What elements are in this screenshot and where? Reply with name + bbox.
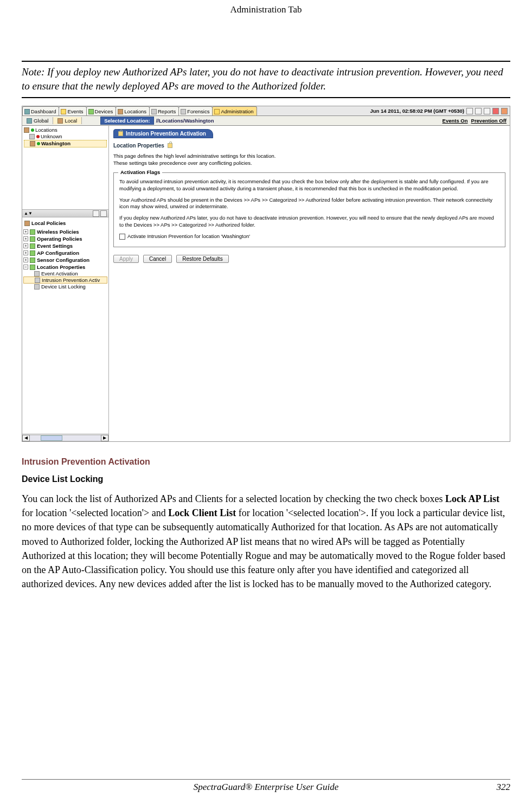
footer-title: SpectraGuard® Enterprise User Guide [184, 782, 347, 793]
tree-root[interactable]: Locations [24, 127, 107, 133]
fieldset-legend: Activation Flags [118, 169, 162, 176]
left-panel: Locations Unknown Washington ▲▼ [22, 126, 109, 441]
collapse-icon[interactable] [93, 210, 99, 217]
policy-label: Sensor Configuration [37, 257, 89, 263]
section-desc: This page defines the high level adminis… [113, 153, 505, 167]
activate-checkbox-row[interactable]: Activate Intrusion Prevention for locati… [119, 233, 499, 240]
scroll-right-icon[interactable]: ▶ [101, 435, 108, 441]
dashboard-icon [24, 109, 30, 114]
tree-unknown[interactable]: Unknown [24, 133, 107, 140]
tab-administration[interactable]: Administration [212, 106, 257, 115]
tab-forensics[interactable]: Forensics [178, 106, 213, 115]
globe-icon [27, 118, 32, 124]
lp-sub-label: Device List Locking [41, 284, 86, 290]
scroll-track[interactable] [30, 435, 101, 441]
expand-icon[interactable] [100, 210, 107, 217]
checkbox-icon[interactable] [119, 234, 125, 240]
body-paragraph: You can lock the list of Authorized APs … [22, 492, 510, 591]
header-label: Local Policies [31, 220, 66, 226]
settings-icon[interactable] [484, 108, 490, 114]
tree-washington[interactable]: Washington [24, 140, 107, 147]
forensics-icon [181, 109, 186, 114]
status-dot-icon [37, 142, 40, 145]
policy-label: Operating Policies [37, 236, 82, 242]
lp-event-activation[interactable]: Event Activation [22, 271, 108, 277]
scroll-thumb[interactable] [41, 435, 62, 441]
folder-icon [29, 134, 35, 139]
tree-label: Unknown [41, 133, 62, 139]
page-footer: SpectraGuard® Enterprise User Guide 322 [22, 779, 510, 793]
events-status-link[interactable]: Events On [443, 118, 468, 124]
subheading: Device List Locking [22, 474, 510, 484]
cancel-button[interactable]: Cancel [143, 255, 172, 263]
lp-device-list-locking[interactable]: Device List Locking [22, 284, 108, 290]
body-text: for location '<selected location'>. If y… [22, 507, 505, 589]
subtab-label: Local [65, 118, 77, 124]
subtab-local[interactable]: Local [53, 117, 82, 124]
restore-defaults-button[interactable]: Restore Defaults [176, 255, 228, 263]
tab-label: Devices [95, 108, 113, 114]
policy-ap[interactable]: +AP Configuration [22, 249, 108, 256]
refresh-icon[interactable] [475, 108, 482, 114]
body-text: You can lock the list of Authorized APs … [22, 493, 445, 504]
tree-label: Washington [41, 140, 70, 146]
page-icon [34, 284, 40, 290]
policy-icon [30, 250, 35, 256]
desc-line: This page defines the high level adminis… [113, 153, 505, 160]
policy-location-properties[interactable]: −Location Properties [22, 263, 108, 271]
tab-reports[interactable]: Reports [149, 106, 179, 115]
folder-icon [24, 221, 30, 226]
policy-icon [30, 265, 35, 270]
tab-devices[interactable]: Devices [86, 106, 117, 115]
folder-icon [24, 127, 29, 133]
body-bold: Lock Client List [168, 507, 236, 518]
split-bar[interactable]: ▲▼ [22, 210, 108, 217]
policy-sensor[interactable]: +Sensor Configuration [22, 256, 108, 263]
policy-label: AP Configuration [37, 250, 79, 256]
left-scrollbar[interactable]: ◀ ▶ [22, 434, 108, 441]
lp-intrusion-prevention[interactable]: Intrusion Prevention Activ [23, 277, 107, 284]
main-crumb-tab: Intrusion Prevention Activation [113, 129, 213, 138]
scroll-left-icon[interactable]: ◀ [22, 435, 30, 441]
lock-icon [118, 131, 123, 136]
status-dot-icon [31, 128, 34, 132]
selected-location-path: //Locations/Washington [156, 118, 214, 124]
policy-operating[interactable]: +Operating Policies [22, 235, 108, 242]
section-title-text: Location Properties [113, 143, 164, 149]
apply-button[interactable]: Apply [113, 255, 139, 263]
local-policies-header: Local Policies [22, 219, 108, 228]
tab-events[interactable]: Events [59, 106, 86, 115]
locations-icon [118, 109, 123, 114]
header-right: Jun 14 2011, 02:58:02 PM (GMT +0530) [370, 106, 510, 115]
stop-icon[interactable] [492, 108, 499, 114]
subtab-label: Global [34, 118, 48, 124]
fieldset-p1: To avoid unwanted intrusion prevention a… [119, 178, 499, 192]
tab-label: Locations [124, 108, 146, 114]
lock-icon [168, 143, 172, 148]
lp-sub-label: Event Activation [41, 271, 78, 277]
main-panel: Intrusion Prevention Activation Location… [109, 126, 510, 441]
tab-locations[interactable]: Locations [116, 106, 150, 115]
selected-location-label: Selected Location: [100, 117, 153, 125]
page-number: 322 [496, 782, 510, 792]
help-icon[interactable] [466, 108, 473, 114]
lp-sub-label: Intrusion Prevention Activ [42, 277, 100, 283]
tab-label: Administration [221, 108, 253, 114]
section-title: Location Properties [113, 143, 505, 149]
policy-wireless[interactable]: +Wireless Policies [22, 228, 108, 235]
policy-event[interactable]: +Event Settings [22, 242, 108, 249]
locations-tree: Locations Unknown Washington [22, 126, 108, 210]
devices-icon [88, 109, 94, 114]
note-block: Note: If you deploy new Authorized APs l… [22, 61, 510, 98]
app-screenshot: Dashboard Events Devices Locations Repor… [22, 106, 510, 442]
split-label: ▲▼ [24, 211, 33, 216]
tree-label: Locations [35, 127, 57, 133]
tab-dashboard[interactable]: Dashboard [22, 106, 59, 115]
tab-label: Reports [158, 108, 176, 114]
prevention-status-link[interactable]: Prevention Off [471, 118, 507, 124]
policy-label: Wireless Policies [37, 229, 79, 235]
button-row: Apply Cancel Restore Defaults [113, 255, 505, 263]
subtab-global[interactable]: Global [22, 117, 53, 124]
policy-icon [30, 258, 35, 263]
logout-icon[interactable] [501, 108, 508, 114]
